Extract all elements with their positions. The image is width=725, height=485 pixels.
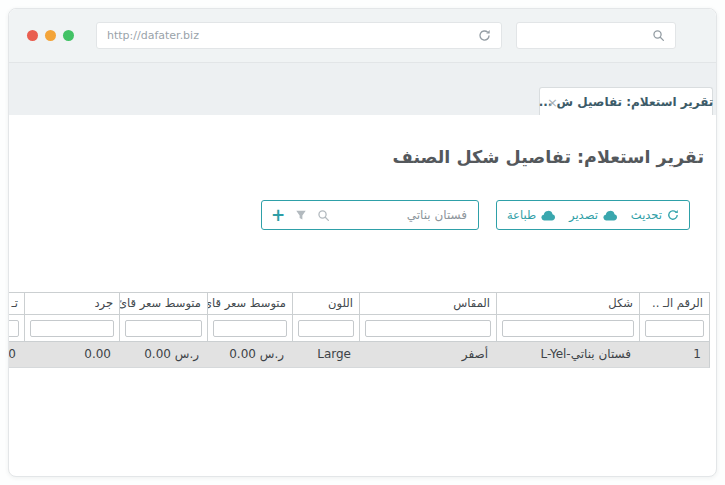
reload-icon[interactable] <box>478 29 491 42</box>
filter-input-clipped[interactable] <box>8 320 19 337</box>
refresh-icon <box>667 209 679 221</box>
filter-input-avg-price-1[interactable] <box>213 320 287 337</box>
cell-size: أصفر <box>359 342 496 367</box>
export-label: تصدير <box>569 208 598 222</box>
export-button[interactable]: تصدير <box>569 208 618 222</box>
col-header-clipped[interactable]: تـ <box>8 293 24 314</box>
col-header-number[interactable]: الرقم الـ .. <box>639 293 709 314</box>
cell-avg-price-2: ر.س 0.00 <box>119 342 207 367</box>
filter-input-size[interactable] <box>365 320 491 337</box>
clear-filter-icon[interactable] <box>295 209 307 221</box>
browser-search-field[interactable] <box>516 22 676 49</box>
report-table: الرقم الـ .. شكل المقاس اللون متوسط سعر … <box>8 292 710 368</box>
col-header-avg-price-1[interactable]: متوسط سعر قائ .. <box>207 293 292 314</box>
table-header-row: الرقم الـ .. شكل المقاس اللون متوسط سعر … <box>8 292 710 315</box>
col-header-variant[interactable]: شكل <box>496 293 639 314</box>
tab-bar: × تقرير استعلام: تفاصيل ش ... <box>9 63 716 115</box>
filter-input-avg-price-2[interactable] <box>125 320 202 337</box>
print-button[interactable]: طباعة <box>507 208 556 222</box>
col-header-stock[interactable]: جرد <box>24 293 119 314</box>
tab-close-icon[interactable]: × <box>547 95 558 108</box>
cell-avg-price-1: ر.س 0.00 <box>207 342 292 367</box>
cloud-print-icon <box>541 210 556 221</box>
cell-clipped: 0.00 <box>8 342 24 367</box>
cell-color: Large <box>292 342 359 367</box>
col-header-color[interactable]: اللون <box>292 293 359 314</box>
cell-variant: فستان بناتي-L-Yel <box>496 342 639 367</box>
search-icon <box>652 29 665 42</box>
filter-input-stock[interactable] <box>30 320 114 337</box>
close-window-icon[interactable] <box>27 30 38 41</box>
page-title: تقرير استعلام: تفاصيل شكل الصنف <box>393 147 704 167</box>
print-label: طباعة <box>507 208 536 222</box>
browser-window: http://dafater.biz × تقرير استعلام: تفاص… <box>8 8 717 477</box>
maximize-window-icon[interactable] <box>63 30 74 41</box>
filter-input-color[interactable] <box>298 320 354 337</box>
minimize-window-icon[interactable] <box>45 30 56 41</box>
tab-title: تقرير استعلام: تفاصيل ش ... <box>539 95 714 109</box>
cloud-export-icon <box>603 210 618 221</box>
filter-input-variant[interactable] <box>502 320 634 337</box>
search-icon[interactable] <box>317 209 330 222</box>
url-bar[interactable]: http://dafater.biz <box>96 22 502 49</box>
add-icon[interactable]: + <box>271 207 285 224</box>
url-text: http://dafater.biz <box>107 29 478 42</box>
col-header-size[interactable]: المقاس <box>359 293 496 314</box>
item-search-input[interactable] <box>355 207 469 223</box>
browser-chrome: http://dafater.biz <box>9 9 716 63</box>
cell-number: 1 <box>639 342 709 367</box>
traffic-lights <box>27 30 74 41</box>
report-actions-toolbar: تحديث تصدير طباعة <box>496 200 690 230</box>
tab-report[interactable]: × تقرير استعلام: تفاصيل ش ... <box>539 87 713 115</box>
table-filter-row <box>8 315 710 342</box>
filter-input-number[interactable] <box>645 320 704 337</box>
refresh-button[interactable]: تحديث <box>631 208 679 222</box>
col-header-avg-price-2[interactable]: متوسط سعر قائ .. <box>119 293 207 314</box>
table-row[interactable]: 1 فستان بناتي-L-Yel أصفر Large ر.س 0.00 … <box>8 342 710 368</box>
cell-stock: 0.00 <box>24 342 119 367</box>
refresh-label: تحديث <box>631 208 662 222</box>
item-search-box[interactable]: + <box>261 200 479 230</box>
